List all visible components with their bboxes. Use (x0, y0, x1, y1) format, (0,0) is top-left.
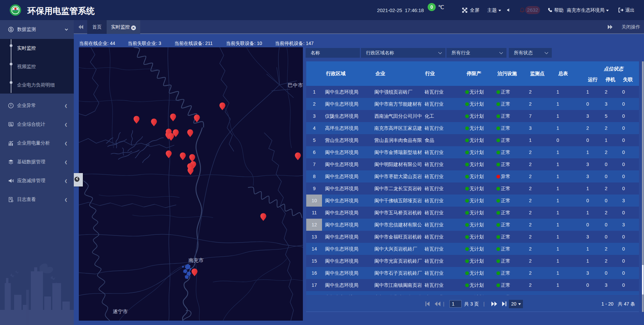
svg-text:遂宁市: 遂宁市 (113, 309, 128, 314)
svg-text:南充市: 南充市 (189, 257, 204, 263)
svg-text:巴中市: 巴中市 (288, 82, 303, 88)
